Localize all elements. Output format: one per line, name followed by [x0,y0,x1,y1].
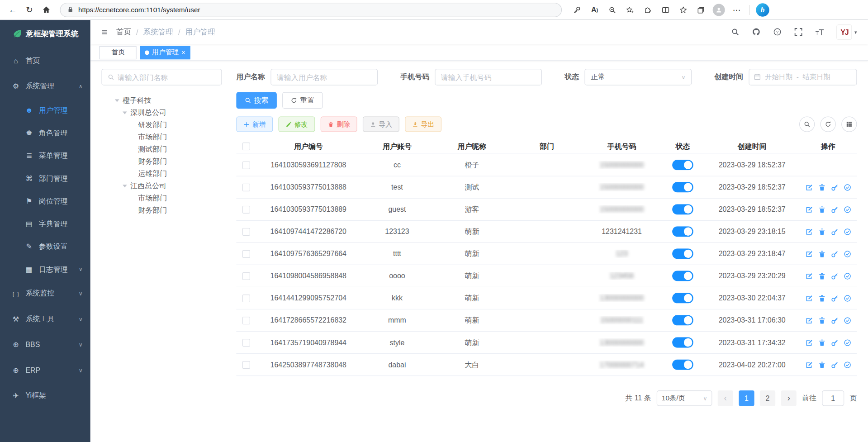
delete-row-button[interactable] [818,361,825,368]
prev-page-button[interactable] [718,390,733,406]
password-key-icon[interactable] [569,2,585,17]
delete-row-button[interactable] [818,228,825,235]
view-tab[interactable]: 首页 [99,46,136,59]
reset-password-button[interactable] [830,205,838,213]
bing-chat-icon[interactable]: b [754,2,771,17]
department-search-input[interactable] [118,73,216,81]
split-screen-icon[interactable] [657,2,674,17]
row-checkbox[interactable] [242,250,250,257]
add-favorite-icon[interactable] [622,2,639,17]
assign-role-button[interactable] [843,228,851,235]
delete-row-button[interactable] [818,294,825,302]
reset-password-button[interactable] [830,228,838,235]
delete-row-button[interactable] [818,205,825,213]
row-checkbox[interactable] [242,361,250,368]
column-settings-button[interactable] [841,116,857,132]
tree-node[interactable]: 测试部门 [101,143,222,155]
browser-refresh-button[interactable]: ↻ [21,2,38,17]
address-bar[interactable]: https://ccnetcore.com:1101/system/user [60,3,562,17]
row-checkbox[interactable] [242,294,250,302]
export-button[interactable]: 导出 [405,116,441,132]
username-input[interactable] [270,69,378,86]
font-size-icon[interactable]: TT [816,28,824,36]
delete-row-button[interactable] [818,272,825,280]
row-checkbox[interactable] [242,183,250,191]
sidebar-item[interactable]: 系统管理 [0,73,90,99]
user-avatar-menu[interactable]: YJ ▾ [837,24,857,40]
sidebar-item[interactable]: 菜单管理 [0,144,90,167]
edit-row-button[interactable] [805,338,813,346]
next-page-button[interactable] [781,390,796,406]
edit-row-button[interactable] [805,228,813,235]
row-checkbox[interactable] [242,161,250,169]
tree-node[interactable]: 江西总公司 [101,180,222,192]
status-select[interactable]: 正常 ∨ [584,69,692,86]
status-toggle[interactable] [672,226,693,237]
goto-page-input[interactable] [822,390,844,406]
extensions-icon[interactable] [640,2,656,17]
sidebar-item[interactable]: BBS [0,332,90,357]
breadcrumb-system[interactable]: 系统管理 [143,27,173,37]
caret-down-icon[interactable] [123,182,130,190]
select-all-checkbox[interactable] [242,142,250,150]
delete-row-button[interactable] [818,338,825,346]
sidebar-item[interactable]: 日志管理 [0,258,90,280]
phone-input[interactable] [435,69,542,86]
row-checkbox[interactable] [242,272,250,280]
row-checkbox[interactable] [242,205,250,213]
assign-role-button[interactable] [843,272,851,280]
edit-row-button[interactable] [805,316,813,324]
tree-node[interactable]: 市场部门 [101,131,222,143]
page-button-1[interactable]: 1 [739,390,754,406]
assign-role-button[interactable] [843,361,851,368]
tree-node[interactable]: 橙子科技 [101,94,222,106]
browser-profile-avatar[interactable] [711,2,727,17]
sidebar-item[interactable]: Yi框架 [0,383,90,408]
edit-row-button[interactable] [805,183,813,191]
github-icon[interactable] [752,28,760,37]
browser-home-button[interactable] [38,2,54,17]
tree-node[interactable]: 运维部门 [101,167,222,180]
sidebar-item[interactable]: 首页 [0,48,90,73]
delete-user-button[interactable]: 删除 [321,116,357,132]
header-search-icon[interactable] [731,28,739,37]
reset-password-button[interactable] [830,316,838,324]
hamburger-icon[interactable]: ≡ [101,26,107,38]
assign-role-button[interactable] [843,338,851,346]
edit-row-button[interactable] [805,294,813,302]
breadcrumb-home[interactable]: 首页 [116,27,131,37]
reset-password-button[interactable] [830,361,838,368]
sidebar-item[interactable]: 用户管理 [0,99,90,121]
row-checkbox[interactable] [242,338,250,346]
help-icon[interactable] [773,28,782,37]
tree-node[interactable]: 研发部门 [101,119,222,131]
sidebar-item[interactable]: ERP [0,357,90,382]
assign-role-button[interactable] [843,316,851,324]
reset-password-button[interactable] [830,183,838,191]
status-toggle[interactable] [672,271,693,281]
tree-node[interactable]: 市场部门 [101,192,222,204]
sidebar-item[interactable]: 参数设置 [0,235,90,258]
sidebar-item[interactable]: 角色管理 [0,121,90,144]
sidebar-item[interactable]: 系统监控 [0,280,90,306]
date-range-picker[interactable]: 开始日期 - 结束日期 [749,69,857,86]
status-toggle[interactable] [672,359,693,370]
reset-button[interactable]: 重置 [282,92,323,109]
collections-icon[interactable] [693,2,710,17]
page-button-2[interactable]: 2 [760,390,775,406]
status-toggle[interactable] [672,160,693,170]
read-aloud-icon[interactable]: A) [586,2,603,17]
show-search-toggle-button[interactable] [799,116,815,132]
edit-row-button[interactable] [805,250,813,257]
reset-password-button[interactable] [830,338,838,346]
zoom-out-icon[interactable] [604,2,621,17]
reset-password-button[interactable] [830,272,838,280]
add-user-button[interactable]: 新增 [236,116,273,132]
status-toggle[interactable] [672,337,693,347]
reset-password-button[interactable] [830,294,838,302]
edit-row-button[interactable] [805,361,813,368]
assign-role-button[interactable] [843,183,851,191]
browser-back-button[interactable]: ← [5,2,21,17]
delete-row-button[interactable] [818,183,825,191]
tree-node[interactable]: 财务部门 [101,204,222,216]
